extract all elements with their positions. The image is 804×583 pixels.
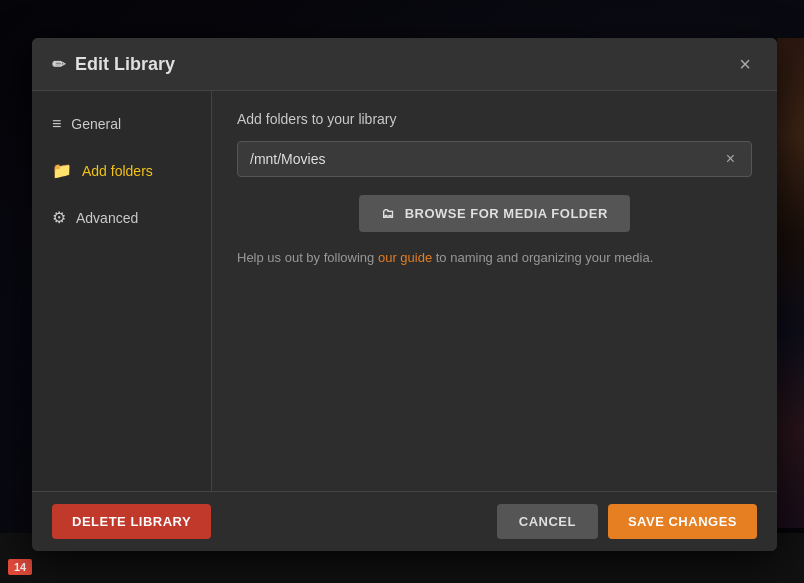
close-button[interactable]: × [733,52,757,76]
gear-icon: ⚙ [52,208,66,227]
save-changes-button[interactable]: SAVE CHANGES [608,504,757,539]
modal-body: ≡ General 📁 Add folders ⚙ Advanced Add f… [32,91,777,491]
modal-title-text: Edit Library [75,54,175,75]
delete-library-button[interactable]: DELETE LIBRARY [52,504,211,539]
sidebar-label-add-folders: Add folders [82,163,153,179]
help-text-after: to naming and organizing your media. [432,250,653,265]
modal-title-group: ✏ Edit Library [52,54,175,75]
pencil-icon: ✏ [52,55,65,74]
sidebar-label-advanced: Advanced [76,210,138,226]
content-heading: Add folders to your library [237,111,752,127]
modal-header: ✏ Edit Library × [32,38,777,91]
cancel-button[interactable]: CANCEL [497,504,598,539]
help-text: Help us out by following our guide to na… [237,250,752,265]
browse-media-folder-button[interactable]: 🗂 BROWSE FOR MEDIA FOLDER [359,195,630,232]
sidebar-item-general[interactable]: ≡ General [32,101,211,147]
edit-library-modal: ✏ Edit Library × ≡ General 📁 Add folders… [32,38,777,551]
bottom-badge: 14 [8,559,32,575]
browse-button-label: BROWSE FOR MEDIA FOLDER [405,206,608,221]
folder-icon: 📁 [52,161,72,180]
browse-button-wrap: 🗂 BROWSE FOR MEDIA FOLDER [237,195,752,232]
sidebar-item-add-folders[interactable]: 📁 Add folders [32,147,211,194]
browse-folder-icon: 🗂 [381,206,395,221]
folder-path-row: /mnt/Movies × [237,141,752,177]
help-text-before: Help us out by following [237,250,378,265]
sidebar-label-general: General [71,116,121,132]
side-thumbnail-right [777,38,804,528]
modal-footer: DELETE LIBRARY CANCEL SAVE CHANGES [32,491,777,551]
footer-right-buttons: CANCEL SAVE CHANGES [497,504,757,539]
folder-path-text: /mnt/Movies [250,151,722,167]
general-icon: ≡ [52,115,61,133]
content-area: Add folders to your library /mnt/Movies … [212,91,777,491]
folder-clear-button[interactable]: × [722,150,739,168]
sidebar-item-advanced[interactable]: ⚙ Advanced [32,194,211,241]
our-guide-link[interactable]: our guide [378,250,432,265]
sidebar: ≡ General 📁 Add folders ⚙ Advanced [32,91,212,491]
